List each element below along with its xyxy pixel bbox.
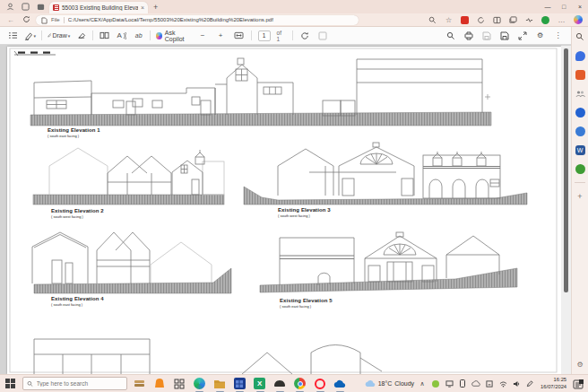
highlighter-caret-icon[interactable]: ▾ bbox=[33, 33, 36, 39]
zoom-out-button[interactable]: − bbox=[197, 30, 209, 42]
elevation-2-label: Existing Elevation 2 ( south west facing… bbox=[51, 208, 104, 219]
maximize-button[interactable]: □ bbox=[556, 0, 572, 13]
pdf-settings-gear-icon[interactable]: ⚙ bbox=[534, 30, 546, 42]
taskbar-clock[interactable]: 16:25 16/07/2024 bbox=[540, 377, 566, 389]
sidebar-app-icon-7[interactable] bbox=[575, 163, 585, 174]
taskbar-chrome-icon[interactable] bbox=[291, 375, 307, 392]
ask-copilot-button[interactable]: Ask Copilot bbox=[156, 30, 192, 42]
back-icon[interactable]: ← bbox=[5, 16, 16, 24]
tray-display-icon[interactable] bbox=[445, 379, 454, 389]
task-view-icon[interactable] bbox=[171, 375, 187, 392]
browser-tab[interactable]: 55003 Existing Building Elevatio × bbox=[49, 2, 148, 13]
taskbar-search-box[interactable] bbox=[22, 377, 127, 390]
close-button[interactable]: × bbox=[572, 0, 588, 13]
sidebar-settings-gear-icon[interactable]: ⚙ bbox=[575, 359, 585, 370]
sidebar-app-icon-2[interactable] bbox=[575, 69, 585, 80]
partial-drawings bbox=[34, 339, 382, 374]
favorites-star-icon[interactable]: ☆ bbox=[444, 15, 454, 25]
sidebar-add-button[interactable]: + bbox=[575, 191, 585, 202]
rotate-icon[interactable] bbox=[299, 30, 311, 42]
browser-titlebar: 55003 Existing Building Elevatio × + — □… bbox=[0, 0, 588, 13]
desktop-screen: 55003 Existing Building Elevatio × + — □… bbox=[0, 0, 588, 392]
tray-expand-icon[interactable]: ∧ bbox=[418, 379, 427, 389]
fullscreen-icon[interactable] bbox=[516, 30, 528, 42]
vertical-scrollbar[interactable] bbox=[561, 46, 571, 374]
tray-volume-icon[interactable] bbox=[512, 379, 521, 389]
toc-icon[interactable] bbox=[7, 30, 19, 42]
read-aloud-icon[interactable]: A bbox=[116, 30, 127, 42]
reload-extension-icon[interactable] bbox=[476, 15, 486, 25]
pdf-viewer[interactable]: Existing Elevation 1 ( south east facing… bbox=[0, 46, 571, 374]
start-button[interactable] bbox=[2, 375, 19, 392]
find-icon[interactable] bbox=[445, 30, 456, 42]
page-count-label: of 1 bbox=[277, 30, 286, 42]
tray-antivirus-icon[interactable] bbox=[431, 379, 440, 389]
print-icon[interactable] bbox=[463, 30, 474, 42]
zoom-in-button[interactable]: + bbox=[215, 30, 227, 42]
system-tray: ∧ bbox=[418, 379, 534, 389]
save-as-icon[interactable] bbox=[498, 30, 510, 42]
taskbar-excel-icon[interactable]: X bbox=[252, 375, 268, 392]
collections-icon[interactable] bbox=[508, 15, 518, 25]
tray-onedrive-icon[interactable] bbox=[471, 379, 480, 389]
sidebar-app-icon-1[interactable] bbox=[575, 50, 585, 61]
url-text: C:/Users/CEX/AppData/Local/Temp/55003%20… bbox=[68, 17, 273, 22]
workspace-icon[interactable] bbox=[19, 2, 31, 13]
taskbar-widget-icon-2[interactable] bbox=[151, 375, 167, 392]
tab-actions-icon[interactable] bbox=[34, 2, 47, 13]
copilot-icon[interactable] bbox=[573, 15, 583, 25]
taskbar-onedrive-icon[interactable] bbox=[332, 375, 348, 392]
taskbar-weather[interactable]: 18°C Cloudy bbox=[365, 379, 414, 388]
elevation-2-drawing bbox=[33, 148, 224, 205]
save-icon bbox=[480, 30, 492, 42]
tab-close-icon[interactable]: × bbox=[141, 4, 144, 11]
new-tab-button[interactable]: + bbox=[153, 3, 158, 12]
taskbar-edge-icon[interactable] bbox=[191, 375, 207, 392]
fit-to-width-icon[interactable] bbox=[233, 30, 245, 42]
taskbar-search-input[interactable] bbox=[37, 380, 123, 387]
notification-center-icon[interactable] bbox=[573, 378, 584, 389]
tray-phone-icon[interactable] bbox=[458, 379, 467, 389]
elevation-1-drawing bbox=[30, 58, 491, 126]
taskbar-app-grid-icon[interactable] bbox=[231, 375, 247, 392]
ask-copilot-label: Ask Copilot bbox=[165, 30, 192, 42]
sidebar-search-tool-icon[interactable] bbox=[575, 31, 585, 42]
text-selection-icon[interactable]: ab bbox=[133, 30, 144, 42]
sidebar-app-icon-5[interactable] bbox=[575, 126, 585, 136]
tray-pen-icon[interactable] bbox=[525, 379, 534, 389]
weather-condition: Cloudy bbox=[394, 380, 414, 387]
profile-icon[interactable] bbox=[4, 2, 16, 13]
taskbar-opera-icon[interactable] bbox=[312, 375, 328, 392]
refresh-icon[interactable] bbox=[21, 15, 31, 25]
sidebar-search-icon[interactable] bbox=[428, 15, 437, 25]
url-field[interactable]: File C:/Users/CEX/AppData/Local/Temp/550… bbox=[36, 15, 359, 25]
settings-more-icon[interactable]: … bbox=[557, 15, 566, 25]
draw-caret-icon[interactable]: ▾ bbox=[68, 33, 71, 39]
annotate-disabled-icon bbox=[317, 30, 329, 42]
eraser-icon[interactable] bbox=[75, 30, 87, 42]
pdf-favicon bbox=[53, 4, 59, 11]
tray-windows-ink-icon[interactable] bbox=[485, 379, 494, 389]
sidebar-app-icon-4[interactable] bbox=[575, 107, 585, 118]
extension-green-icon[interactable] bbox=[540, 15, 550, 25]
highlighter-icon[interactable]: ▾ bbox=[24, 30, 36, 42]
browser-essentials-icon[interactable] bbox=[524, 15, 534, 25]
page-view-icon[interactable] bbox=[99, 30, 110, 42]
page-number-input[interactable] bbox=[258, 30, 271, 41]
taskbar-file-explorer-icon[interactable] bbox=[212, 375, 228, 392]
pdf-toolbar-right: − + of 1 bbox=[197, 30, 564, 42]
extension-red-icon[interactable] bbox=[460, 15, 470, 25]
split-screen-icon[interactable] bbox=[492, 15, 502, 25]
sidebar-app-icon-6[interactable]: W bbox=[575, 144, 585, 155]
tray-network-icon[interactable] bbox=[498, 379, 507, 389]
minimize-button[interactable]: — bbox=[540, 0, 556, 13]
scrollbar-thumb[interactable] bbox=[564, 48, 568, 292]
taskbar-dark-app-icon[interactable] bbox=[272, 375, 288, 392]
taskbar-widget-icon-1[interactable] bbox=[131, 375, 147, 392]
draw-button[interactable]: Draw ▾ bbox=[48, 30, 70, 42]
toolbar-more-icon[interactable]: ⋮ bbox=[552, 30, 564, 42]
sidebar-app-icon-3[interactable] bbox=[575, 88, 585, 99]
elevation-3-label: Existing Elevation 3 ( south west facing… bbox=[278, 207, 331, 218]
file-icon bbox=[41, 12, 48, 28]
pdf-toolbar: ▾ Draw ▾ A ab Ask Copilot − + bbox=[0, 27, 571, 45]
